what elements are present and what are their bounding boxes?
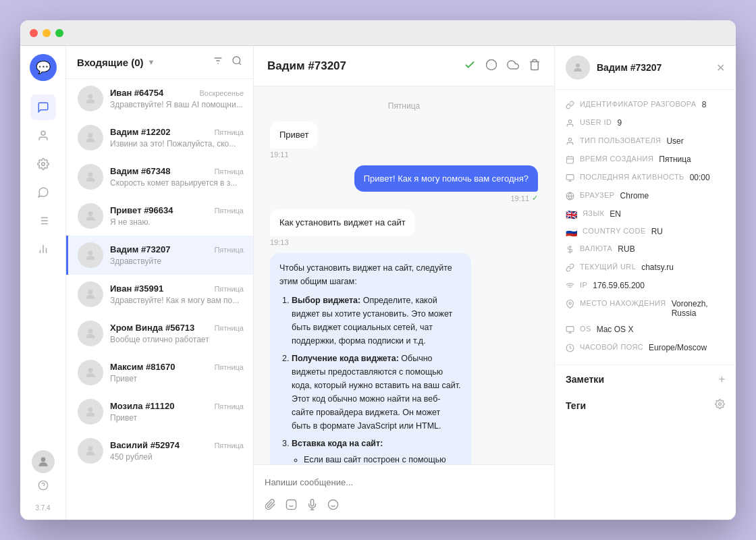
chat-header: Вадим #73207: [254, 46, 554, 86]
nav-item-contacts[interactable]: [30, 123, 56, 148]
svg-point-24: [88, 290, 93, 294]
svg-rect-41: [567, 157, 574, 163]
nav-item-list[interactable]: [30, 208, 56, 234]
chat-input[interactable]: [265, 472, 543, 493]
filter-icon[interactable]: [213, 55, 223, 69]
conv-name-row: Вадим #67348 Пятница: [110, 166, 244, 176]
mic-icon[interactable]: [306, 499, 318, 513]
conv-name-row: Привет #96634 Пятница: [110, 205, 244, 215]
ip-icon: [566, 281, 574, 292]
conv-preview: Я не знаю.: [110, 217, 244, 227]
currency-icon: [566, 245, 574, 256]
conv-preview: Скорость комет варьируется в з...: [110, 178, 244, 188]
conv-avatar: [78, 164, 103, 190]
current-url-icon: [566, 263, 574, 274]
help-icon[interactable]: [34, 476, 53, 495]
info-row-os: OS Mac OS X: [566, 321, 725, 340]
conversations-panel: Входящие (0) ▼: [66, 46, 254, 520]
emoji-icon[interactable]: [327, 499, 339, 513]
info-row-location: МЕСТО НАХОЖДЕНИЯ Voronezh, Russia: [566, 296, 725, 321]
svg-point-17: [233, 57, 240, 64]
chat-input-area: [254, 464, 554, 520]
conv-name: Мозила #11120: [110, 401, 175, 411]
info-row-browser: БРАУЗЕР Chrome: [566, 188, 725, 206]
svg-point-52: [569, 302, 571, 304]
version-label: 3.7.4: [35, 504, 50, 512]
conversation-item-privet96634[interactable]: Привет #96634 Пятница Я не знаю.: [66, 196, 253, 236]
info-row-current-url: ТЕКУЩИЙ URL chatsy.ru: [566, 259, 725, 277]
message-bubble: Привет! Как я могу помочь вам сегодня?: [354, 165, 538, 192]
svg-rect-45: [566, 175, 574, 180]
country-flag-icon: 🇷🇺: [566, 227, 577, 238]
conv-name-row: Максим #81670 Пятница: [110, 362, 244, 372]
svg-point-20: [88, 133, 93, 138]
conversations-title[interactable]: Входящие (0) ▼: [77, 57, 155, 68]
info-row-conversation-id: ИДЕНТИФИКАТОР РАЗГОВОРА 8: [566, 97, 725, 115]
conversation-item-vadim73207[interactable]: Вадим #73207 Пятница Здравствуйте: [66, 236, 253, 275]
nav-item-chat[interactable]: [30, 94, 56, 120]
close-button[interactable]: [30, 29, 38, 37]
chat-header-actions: [464, 59, 541, 74]
conv-preview: Здравствуйте: [110, 256, 244, 266]
info-row-last-activity: ПОСЛЕДНЯЯ АКТИВНОСТЬ 00:00: [566, 169, 725, 188]
conversation-item-vadim67348[interactable]: Вадим #67348 Пятница Скорость комет варь…: [66, 157, 253, 196]
info-row-created-at: ВРЕМЯ СОЗДАНИЯ Пятница: [566, 151, 725, 169]
conv-name: Максим #81670: [110, 362, 175, 372]
svg-point-22: [88, 211, 93, 216]
os-icon: [566, 325, 574, 336]
user-avatar[interactable]: [32, 450, 55, 473]
emoji-sticker-icon[interactable]: [286, 499, 297, 513]
conversations-title-text: Входящие (0): [77, 57, 144, 68]
snooze-icon[interactable]: [485, 59, 497, 74]
resolve-icon[interactable]: [464, 59, 476, 74]
tags-section-header: Теги: [555, 391, 736, 417]
conv-avatar: [78, 242, 103, 268]
maximize-button[interactable]: [55, 29, 63, 37]
chat-title: Вадим #73207: [267, 59, 346, 73]
conv-name-row: Иван #35991 Пятница: [110, 284, 244, 294]
conv-time: Пятница: [214, 167, 244, 176]
attachment-icon[interactable]: [265, 499, 276, 513]
svg-point-19: [88, 94, 93, 99]
conversation-item-maxim81670[interactable]: Максим #81670 Пятница Привет: [66, 353, 253, 392]
conversation-item-mozilla11120[interactable]: Мозила #11120 Пятница Привет: [66, 392, 253, 431]
add-note-button[interactable]: +: [719, 373, 725, 385]
conv-time: Пятница: [214, 402, 244, 410]
minimize-button[interactable]: [43, 29, 51, 37]
conversation-item-hrom56713[interactable]: Хром Винда #56713 Пятница Вообще отлично…: [66, 314, 253, 353]
right-panel: Вадим #73207 ✕ ИДЕНТИФИКАТОР РАЗГОВОРА 8: [555, 46, 736, 520]
svg-point-29: [487, 59, 497, 70]
conversations-list: Иван #64754 Воскресенье Здравствуйте! Я …: [66, 79, 253, 520]
conversations-header: Входящие (0) ▼: [66, 46, 253, 79]
conv-preview: 450 рублей: [110, 452, 244, 462]
conversation-item-ivan64754[interactable]: Иван #64754 Воскресенье Здравствуйте! Я …: [66, 79, 253, 118]
conversation-item-vadim12202[interactable]: Вадим #12202 Пятница Извини за это! Пожа…: [66, 118, 253, 157]
tags-settings-button[interactable]: [715, 399, 725, 412]
nav-item-analytics[interactable]: [30, 236, 56, 262]
conv-name: Привет #96634: [110, 205, 173, 215]
conv-name: Вадим #73207: [110, 244, 170, 254]
conversation-item-ivan35991[interactable]: Иван #35991 Пятница Здравствуйте! Как я …: [66, 275, 253, 314]
location-icon: [566, 300, 574, 310]
conv-name-row: Вадим #73207 Пятница: [110, 244, 244, 254]
conv-avatar: [78, 281, 103, 307]
svg-point-1: [41, 163, 45, 166]
nav-item-feedback[interactable]: [30, 180, 56, 205]
conv-time: Пятница: [214, 128, 244, 136]
conv-name-row: Вадим #12202 Пятница: [110, 127, 244, 137]
cloud-icon[interactable]: [507, 59, 519, 74]
message-time: 19:11: [270, 151, 289, 159]
conv-name: Иван #35991: [110, 284, 163, 294]
conv-info: Вадим #73207 Пятница Здравствуйте: [110, 244, 244, 266]
nav-logo[interactable]: 💬: [30, 54, 57, 81]
conversation-item-vasily52974[interactable]: Василий #52974 Пятница 450 рублей: [66, 431, 253, 470]
svg-rect-53: [566, 327, 574, 332]
ai-message-bubble: Чтобы установить виджет на сайт, следуйт…: [270, 253, 471, 465]
nav-item-settings[interactable]: [30, 151, 56, 177]
conv-time: Пятница: [214, 363, 244, 371]
search-icon[interactable]: [232, 55, 242, 69]
close-panel-button[interactable]: ✕: [716, 61, 725, 74]
conv-avatar: [78, 399, 103, 425]
trash-icon[interactable]: [529, 59, 541, 74]
conv-name: Хром Винда #56713: [110, 323, 194, 333]
